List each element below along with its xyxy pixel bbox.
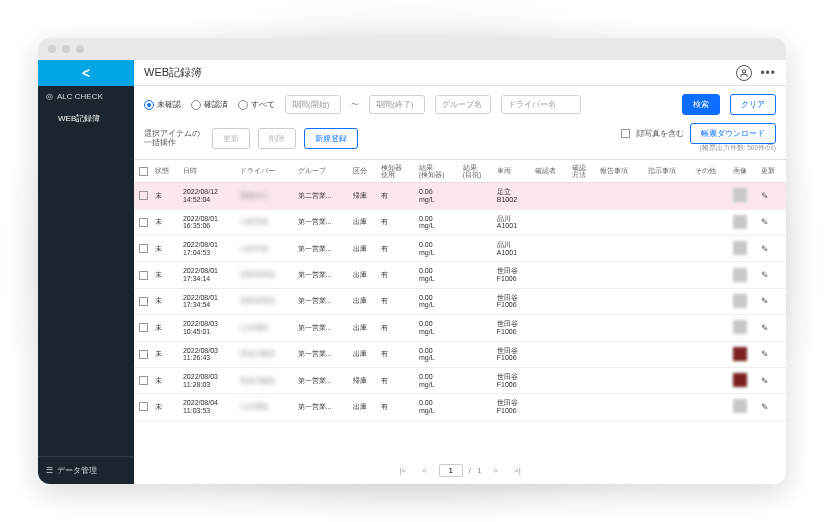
pencil-icon[interactable]: ✎ <box>761 191 769 201</box>
cell-edit: ✎ <box>758 341 786 367</box>
driver-input[interactable]: ドライバー名 <box>501 95 581 114</box>
cell-report <box>597 394 645 420</box>
col-report: 報告事項 <box>597 160 645 183</box>
cell-group: 第一営業... <box>295 394 351 420</box>
pencil-icon[interactable]: ✎ <box>761 349 769 359</box>
cell-confirmer <box>532 183 570 209</box>
cell-result-eye <box>460 262 494 288</box>
cell-driver: 営業管理者 <box>237 262 294 288</box>
table-row[interactable]: 未2022/08/0117:04:53小林哲雄第一営業...出庫有0.00mg/… <box>134 236 786 262</box>
cell-edit: ✎ <box>758 236 786 262</box>
cell-image <box>730 288 758 314</box>
col-datetime: 日時 <box>180 160 237 183</box>
pencil-icon[interactable]: ✎ <box>761 270 769 280</box>
col-group: グループ <box>295 160 351 183</box>
pencil-icon[interactable]: ✎ <box>761 217 769 227</box>
sidebar-item-web-record[interactable]: WEB記録簿 <box>38 107 134 130</box>
col-instruct: 指示事項 <box>645 160 693 183</box>
cell-driver: 長谷川隆吾 <box>237 367 294 393</box>
row-checkbox[interactable] <box>139 323 148 332</box>
thumbnail-image <box>733 373 747 387</box>
row-checkbox[interactable] <box>139 191 148 200</box>
next-page-button[interactable]: > <box>487 462 503 478</box>
cell-detector: 有 <box>378 367 416 393</box>
cell-class: 出庫 <box>350 394 378 420</box>
pencil-icon[interactable]: ✎ <box>761 296 769 306</box>
table-row[interactable]: 未2022/08/0116:35:06小林哲雄第一営業...出庫有0.00mg/… <box>134 209 786 235</box>
cell-detector: 有 <box>378 394 416 420</box>
pencil-icon[interactable]: ✎ <box>761 244 769 254</box>
col-result-eye: 結果(目視) <box>460 160 494 183</box>
include-photo-label: 顔写真を含む <box>636 129 684 139</box>
records-table-wrap[interactable]: 状態 日時 ドライバー グループ 区分 検知器使用 結果(検知器) 結果(目視)… <box>134 159 786 456</box>
cell-class: 帰庫 <box>350 367 378 393</box>
cell-detector: 有 <box>378 341 416 367</box>
cell-datetime: 2022/08/0116:35:06 <box>180 209 237 235</box>
col-edit: 更新 <box>758 160 786 183</box>
col-confirmer: 確認者 <box>532 160 570 183</box>
radio-confirmed[interactable]: 確認済 <box>191 99 228 110</box>
radio-unconfirmed[interactable]: 未確認 <box>144 99 181 110</box>
table-row[interactable]: 未2022/08/0117:34:14営業管理者第一営業...出庫有0.00mg… <box>134 262 786 288</box>
table-row[interactable]: 未2022/08/0310:45:01山本博昭第一営業...出庫有0.00mg/… <box>134 315 786 341</box>
table-row[interactable]: 未2022/08/1214:52:04齋藤水口第二営業...帰庫有0.06mg/… <box>134 183 786 209</box>
cell-datetime: 2022/08/1214:52:04 <box>180 183 237 209</box>
search-button[interactable]: 検索 <box>682 94 720 115</box>
pencil-icon[interactable]: ✎ <box>761 323 769 333</box>
page-input[interactable] <box>439 464 463 477</box>
pagination: |< < / 1 > >| <box>134 456 786 484</box>
cell-detector: 有 <box>378 209 416 235</box>
new-button[interactable]: 新規登録 <box>304 128 358 149</box>
table-row[interactable]: 未2022/08/0311:26:43長谷川隆吾第一営業...出庫有0.00mg… <box>134 341 786 367</box>
cell-confirmer <box>532 236 570 262</box>
period-end-input[interactable]: 期間(終了) <box>369 95 425 114</box>
prev-page-button[interactable]: < <box>417 462 433 478</box>
bulk-update-button[interactable]: 更新 <box>212 128 250 149</box>
cell-status: 未 <box>152 288 180 314</box>
cell-edit: ✎ <box>758 209 786 235</box>
row-checkbox[interactable] <box>139 297 148 306</box>
more-icon[interactable]: ••• <box>760 66 776 80</box>
cell-result-det: 0.00mg/L <box>416 367 460 393</box>
row-checkbox[interactable] <box>139 350 148 359</box>
table-row[interactable]: 未2022/08/0117:34:54営業管理者第一営業...出庫有0.00mg… <box>134 288 786 314</box>
sidebar-item-data[interactable]: ☰ データ管理 <box>38 456 134 484</box>
cell-driver: 山本博昭 <box>237 315 294 341</box>
cell-datetime: 2022/08/0411:03:53 <box>180 394 237 420</box>
page-header: WEB記録簿 ••• <box>134 60 786 86</box>
app-logo[interactable]: < <box>38 60 134 86</box>
cell-confirmer <box>532 315 570 341</box>
clear-button[interactable]: クリア <box>730 94 776 115</box>
last-page-button[interactable]: >| <box>509 462 525 478</box>
window-dot <box>76 45 84 53</box>
sidebar-item-alc-check[interactable]: ◎ ALC CHECK <box>38 86 134 107</box>
row-checkbox[interactable] <box>139 271 148 280</box>
cell-result-eye <box>460 367 494 393</box>
cell-instruct <box>645 183 693 209</box>
cell-other <box>692 315 730 341</box>
period-start-input[interactable]: 期間(開始) <box>285 95 341 114</box>
cell-instruct <box>645 394 693 420</box>
download-button[interactable]: 帳票ダウンロード <box>690 123 776 144</box>
row-checkbox[interactable] <box>139 218 148 227</box>
cell-confirmer <box>532 288 570 314</box>
account-icon[interactable] <box>736 65 752 81</box>
bulk-delete-button[interactable]: 削除 <box>258 128 296 149</box>
row-checkbox[interactable] <box>139 402 148 411</box>
radio-all[interactable]: すべて <box>238 99 275 110</box>
table-row[interactable]: 未2022/08/0411:03:53山本博昭第一営業...出庫有0.00mg/… <box>134 394 786 420</box>
include-photo-checkbox[interactable] <box>621 129 630 138</box>
row-checkbox[interactable] <box>139 376 148 385</box>
pencil-icon[interactable]: ✎ <box>761 402 769 412</box>
select-all-checkbox[interactable] <box>139 167 148 176</box>
row-checkbox[interactable] <box>139 244 148 253</box>
first-page-button[interactable]: |< <box>395 462 411 478</box>
pencil-icon[interactable]: ✎ <box>761 376 769 386</box>
cell-instruct <box>645 288 693 314</box>
group-input[interactable]: グループ名 <box>435 95 491 114</box>
page-sep: / <box>469 466 471 475</box>
cell-group: 第一営業... <box>295 262 351 288</box>
cell-status: 未 <box>152 262 180 288</box>
cell-instruct <box>645 209 693 235</box>
table-row[interactable]: 未2022/08/0311:28:03長谷川隆吾第一営業...帰庫有0.00mg… <box>134 367 786 393</box>
